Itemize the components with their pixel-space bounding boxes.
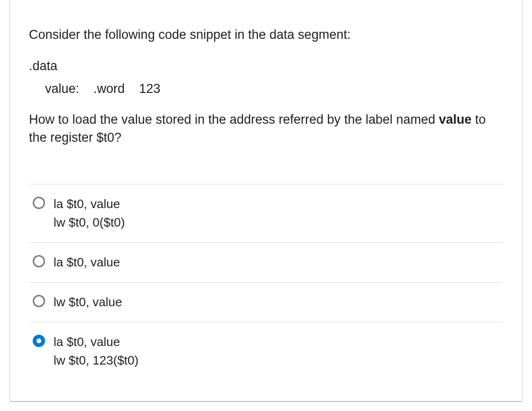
- code-label: value:: [45, 82, 79, 96]
- code-line-1: .data: [29, 57, 503, 75]
- answer-text: la $t0, value lw $t0, 123($t0): [54, 333, 138, 370]
- question-intro: Consider the following code snippet in t…: [29, 26, 503, 44]
- answer-option-2[interactable]: lw $t0, value: [29, 283, 503, 322]
- prompt-part-1: How to load the value stored in the addr…: [29, 112, 439, 127]
- question-body: Consider the following code snippet in t…: [29, 26, 503, 147]
- answer-option-3[interactable]: la $t0, value lw $t0, 123($t0): [29, 322, 503, 380]
- answer-option-1[interactable]: la $t0, value: [29, 243, 503, 283]
- answer-option-0[interactable]: la $t0, value lw $t0, 0($t0): [29, 184, 503, 243]
- answer-text: lw $t0, value: [54, 293, 122, 311]
- answer-text: la $t0, value lw $t0, 0($t0): [54, 195, 125, 232]
- radio-icon[interactable]: [33, 197, 45, 209]
- answer-text: la $t0, value: [54, 253, 120, 272]
- radio-icon[interactable]: [33, 255, 45, 267]
- code-snippet: .data value: .word 123: [29, 57, 503, 98]
- answer-list: la $t0, value lw $t0, 0($t0) la $t0, val…: [29, 184, 503, 380]
- code-line-2: value: .word 123: [29, 80, 503, 98]
- question-prompt: How to load the value stored in the addr…: [29, 111, 503, 147]
- radio-icon[interactable]: [33, 335, 45, 347]
- prompt-bold-word: value: [439, 112, 472, 127]
- radio-icon[interactable]: [33, 295, 45, 307]
- code-value: 123: [139, 82, 160, 96]
- question-card: Consider the following code snippet in t…: [9, 0, 523, 402]
- code-directive: .word: [93, 82, 125, 96]
